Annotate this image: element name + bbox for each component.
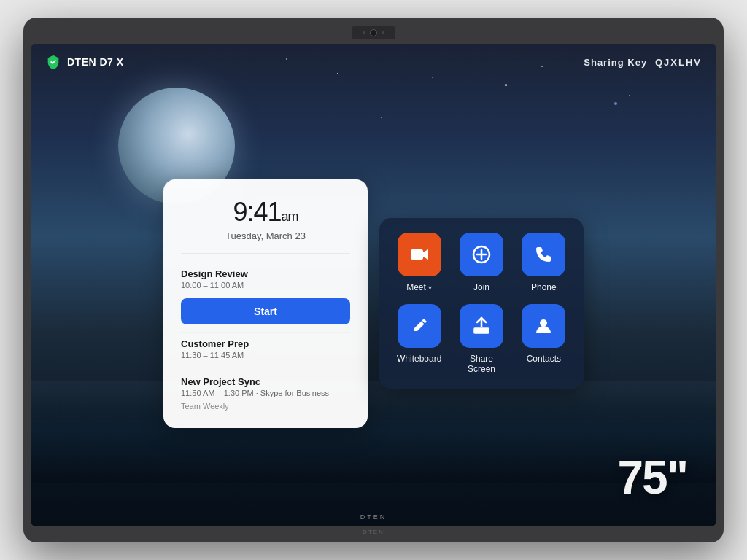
meeting-2-title: Customer Prep bbox=[181, 338, 350, 349]
join-app-icon bbox=[460, 233, 503, 276]
divider bbox=[181, 253, 350, 254]
svg-rect-5 bbox=[473, 327, 489, 334]
whiteboard-app-label: Whiteboard bbox=[397, 354, 441, 364]
camera-bump bbox=[352, 26, 395, 39]
sharing-key-value: QJXLHV bbox=[655, 57, 702, 68]
phone-icon bbox=[533, 244, 554, 265]
sharing-key-label: Sharing Key bbox=[584, 57, 647, 68]
start-meeting-button[interactable]: Start bbox=[181, 298, 350, 324]
clock-time: 9:41am bbox=[233, 197, 298, 227]
clock-ampm: am bbox=[282, 209, 298, 224]
shield-icon bbox=[45, 54, 61, 70]
video-camera-icon bbox=[409, 244, 430, 265]
camera-lens bbox=[370, 29, 377, 36]
apps-panel: Meet ▾ Join bbox=[379, 218, 584, 389]
share-screen-app-button[interactable]: Share Screen bbox=[456, 304, 506, 374]
camera-indicator-dot bbox=[363, 31, 365, 34]
meeting-1-time: 10:00 – 11:00 AM bbox=[181, 281, 350, 289]
date-display: Tuesday, March 23 bbox=[181, 230, 350, 241]
svg-rect-0 bbox=[411, 249, 423, 260]
monitor-bottom-bar: DTEN bbox=[31, 529, 716, 534]
meeting-3-title: New Project Sync bbox=[181, 376, 350, 387]
meet-app-button[interactable]: Meet ▾ bbox=[394, 233, 444, 292]
upload-icon bbox=[471, 316, 492, 336]
brand-name: DTEN D7 X bbox=[67, 56, 124, 68]
phone-app-icon bbox=[522, 233, 565, 276]
camera-bar bbox=[31, 25, 716, 41]
whiteboard-app-icon bbox=[398, 304, 441, 348]
sharing-key-display: Sharing Key QJXLHV bbox=[584, 57, 702, 68]
share-screen-app-label: Share Screen bbox=[456, 354, 506, 374]
contacts-app-label: Contacts bbox=[527, 354, 561, 364]
whiteboard-app-button[interactable]: Whiteboard bbox=[394, 304, 444, 374]
meet-app-icon bbox=[398, 233, 441, 276]
meeting-3-time: 11:50 AM – 1:30 PM · Skype for Business bbox=[181, 389, 350, 397]
join-app-button[interactable]: Join bbox=[456, 233, 506, 292]
pen-icon bbox=[409, 316, 430, 336]
time-card: 9:41am Tuesday, March 23 Design Review 1… bbox=[163, 179, 368, 428]
plus-circle-icon bbox=[471, 244, 492, 265]
camera-indicator-dot-2 bbox=[382, 31, 384, 34]
meeting-item-2: Customer Prep 11:30 – 11:45 AM bbox=[181, 332, 350, 370]
phone-app-button[interactable]: Phone bbox=[519, 233, 569, 292]
svg-point-7 bbox=[540, 319, 547, 327]
screen: DTEN D7 X Sharing Key QJXLHV 9:41am Tues… bbox=[31, 44, 716, 526]
contacts-app-button[interactable]: Contacts bbox=[519, 304, 569, 374]
meeting-item-1: Design Review 10:00 – 11:00 AM Start bbox=[181, 262, 350, 332]
bottom-brand-label: DTEN bbox=[360, 513, 387, 521]
phone-app-label: Phone bbox=[531, 282, 557, 292]
contacts-app-icon bbox=[522, 304, 565, 348]
clock-hours-minutes: 9:41 bbox=[233, 197, 281, 227]
screen-size-label: 75" bbox=[617, 451, 687, 505]
person-icon bbox=[533, 316, 554, 336]
meet-app-label: Meet ▾ bbox=[406, 282, 432, 292]
share-screen-app-icon bbox=[460, 304, 503, 348]
time-display: 9:41am bbox=[181, 197, 350, 228]
top-bar: DTEN D7 X Sharing Key QJXLHV bbox=[31, 44, 716, 80]
monitor-bottom-label: DTEN bbox=[363, 529, 384, 535]
meeting-3-subtitle: Team Weekly bbox=[181, 402, 350, 411]
meeting-item-3: New Project Sync 11:50 AM – 1:30 PM · Sk… bbox=[181, 370, 350, 416]
join-app-label: Join bbox=[473, 282, 489, 292]
main-content: 9:41am Tuesday, March 23 Design Review 1… bbox=[31, 80, 716, 526]
meeting-2-time: 11:30 – 11:45 AM bbox=[181, 351, 350, 359]
meeting-1-title: Design Review bbox=[181, 268, 350, 279]
monitor: DTEN D7 X Sharing Key QJXLHV 9:41am Tues… bbox=[23, 18, 724, 542]
brand: DTEN D7 X bbox=[45, 54, 124, 70]
